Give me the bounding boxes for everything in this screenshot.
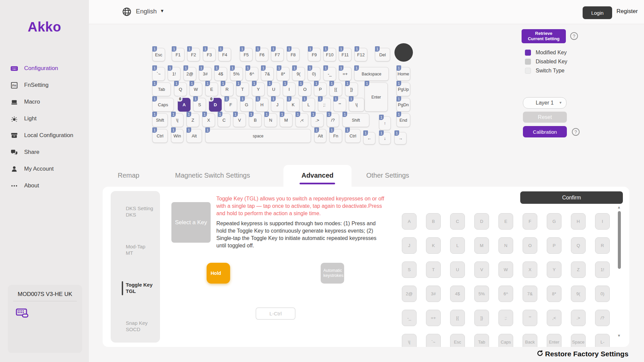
- picker-key-Caps[interactable]: Caps: [498, 334, 513, 347]
- picker-key-Tab[interactable]: Tab: [474, 334, 489, 347]
- picker-key-Enter[interactable]: Enter: [547, 334, 561, 347]
- tab-advanced[interactable]: Advanced: [283, 165, 352, 187]
- login-button[interactable]: Login: [583, 6, 612, 19]
- confirm-button[interactable]: Confirm: [520, 191, 623, 204]
- sidebar-item-fnsetting[interactable]: FnFnSetting: [0, 77, 89, 94]
- picker-key-Z[interactable]: Z: [571, 261, 586, 278]
- sidebar: Akko ConfigurationFnFnSettingMacroLightL…: [0, 0, 89, 362]
- active-subtab-bar: [122, 281, 123, 295]
- picker-key-U[interactable]: U: [450, 261, 465, 278]
- advanced-subtab-rail: DKS Setting DKS Mod-Tap MT Toggle Key TG…: [111, 191, 160, 343]
- tab-other-settings[interactable]: Other Settings: [366, 172, 409, 179]
- picker-key-2@[interactable]: 2@: [402, 286, 417, 302]
- tab-advanced-label: Advanced: [283, 172, 352, 179]
- picker-key-'"[interactable]: '": [523, 310, 537, 326]
- picker-key-`~[interactable]: `~: [426, 334, 441, 347]
- sidebar-item-label: Macro: [24, 99, 40, 105]
- picker-key-7&[interactable]: 7&: [523, 286, 537, 302]
- picker-key-[{[interactable]: [{: [450, 310, 465, 326]
- picker-key-.>[interactable]: .>: [571, 310, 586, 326]
- sidebar-item-share[interactable]: Share: [0, 144, 89, 161]
- restore-factory-settings-button[interactable]: Restore Factory Settings: [537, 350, 629, 358]
- sidebar-item-macro[interactable]: Macro: [0, 94, 89, 110]
- subtab-toggle-key[interactable]: Toggle Key TGL: [126, 282, 153, 294]
- device-card[interactable]: MOD007S V3-HE UK: [8, 285, 82, 353]
- chevron-down-icon[interactable]: ▼: [160, 8, 164, 13]
- sidebar-item-light[interactable]: Light: [0, 110, 89, 127]
- akko-logo: Akko: [0, 19, 89, 35]
- picker-key-P[interactable]: P: [547, 237, 561, 254]
- picker-key-O[interactable]: O: [523, 237, 537, 254]
- picker-key-4$[interactable]: 4$: [450, 286, 465, 302]
- scroll-up-icon[interactable]: ▲: [617, 205, 621, 209]
- picker-key-N[interactable]: N: [498, 237, 513, 254]
- picker-key-\|[interactable]: \|: [402, 334, 417, 347]
- sidebar-menu: ConfigurationFnFnSettingMacroLightLocal …: [0, 60, 89, 194]
- picker-key-L-[interactable]: L-: [595, 334, 610, 347]
- picker-key-6^[interactable]: 6^: [498, 286, 513, 302]
- scroll-down-icon[interactable]: ▼: [617, 334, 621, 338]
- picker-key-A[interactable]: A: [402, 213, 417, 230]
- picker-key-J[interactable]: J: [402, 237, 417, 254]
- picker-key-8*[interactable]: 8*: [547, 286, 561, 302]
- picker-key-5%[interactable]: 5%: [474, 286, 489, 302]
- subtab-mod-tap[interactable]: Mod-Tap MT: [126, 243, 145, 256]
- device-name: MOD007S V3-HE UK: [8, 291, 82, 298]
- picker-key-Space[interactable]: Space: [571, 334, 586, 347]
- active-tab-underline: [300, 183, 335, 184]
- picker-key-,<[interactable]: ,<: [547, 310, 561, 326]
- picker-key-B[interactable]: B: [426, 213, 441, 230]
- sidebar-item-local-configuration[interactable]: Local Configuration: [0, 127, 89, 144]
- picker-key-1![interactable]: 1!: [595, 261, 610, 278]
- picker-key-M[interactable]: M: [474, 237, 489, 254]
- sidebar-item-about[interactable]: About: [0, 177, 89, 194]
- picker-key-S[interactable]: S: [402, 261, 417, 278]
- picker-key-0)[interactable]: 0): [595, 286, 610, 302]
- scrollbar-thumb[interactable]: [618, 211, 621, 269]
- picker-key-Esc[interactable]: Esc: [450, 334, 465, 347]
- picker-key-=+[interactable]: =+: [426, 310, 441, 326]
- register-button[interactable]: Register: [616, 8, 638, 15]
- picker-key-R[interactable]: R: [595, 237, 610, 254]
- picker-key-G[interactable]: G: [547, 213, 561, 230]
- sidebar-item-label: My Account: [24, 166, 54, 172]
- picker-key-Q[interactable]: Q: [571, 237, 586, 254]
- tab-remap[interactable]: Remap: [118, 172, 139, 179]
- tab-magnetic-switch-settings[interactable]: Magnetic Switch Settings: [175, 172, 250, 179]
- topbar: English ▼ Login Register: [89, 0, 644, 24]
- picker-key-E[interactable]: E: [498, 213, 513, 230]
- picker-key-Back[interactable]: Back: [523, 334, 537, 347]
- picker-key-]}[interactable]: ]}: [474, 310, 489, 326]
- picker-key-L[interactable]: L: [450, 237, 465, 254]
- picker-key-V[interactable]: V: [474, 261, 489, 278]
- subtab-dks[interactable]: DKS Setting DKS: [126, 205, 153, 218]
- picker-key-K[interactable]: K: [426, 237, 441, 254]
- toggle-key-description-highlight: Toggle Key (TGL) allows you to switch a …: [216, 195, 386, 217]
- picker-key--_[interactable]: -_: [402, 310, 417, 326]
- picker-key-T[interactable]: T: [426, 261, 441, 278]
- sidebar-item-configuration[interactable]: Configuration: [0, 60, 89, 77]
- globe-icon: [122, 7, 132, 18]
- hold-mode-button[interactable]: Hold: [207, 263, 230, 284]
- automatic-keystrokes-button[interactable]: Automatic keystrokes: [321, 263, 344, 284]
- picker-key-3#[interactable]: 3#: [426, 286, 441, 302]
- picker-key-F[interactable]: F: [523, 213, 537, 230]
- picker-key-/?[interactable]: /?: [595, 310, 610, 326]
- picker-key-Y[interactable]: Y: [547, 261, 561, 278]
- advanced-panel: DKS Setting DKS Mod-Tap MT Toggle Key TG…: [103, 187, 629, 347]
- picker-key-X[interactable]: X: [523, 261, 537, 278]
- picker-key-9([interactable]: 9(: [571, 286, 586, 302]
- picker-key-H[interactable]: H: [571, 213, 586, 230]
- select-a-key-slot[interactable]: Select a Key: [171, 202, 211, 243]
- svg-text:Fn: Fn: [12, 83, 16, 87]
- sidebar-item-my-account[interactable]: My Account: [0, 161, 89, 177]
- language-selector[interactable]: English: [136, 8, 157, 15]
- picker-key-W[interactable]: W: [498, 261, 513, 278]
- selected-key-button[interactable]: L-Ctrl: [256, 307, 296, 320]
- picker-key-I[interactable]: I: [595, 213, 610, 230]
- picker-key-;:[interactable]: ;:: [498, 310, 513, 326]
- picker-key-D[interactable]: D: [474, 213, 489, 230]
- picker-key-C[interactable]: C: [450, 213, 465, 230]
- subtab-snap-key[interactable]: Snap Key SOCD: [126, 320, 148, 333]
- keyboard-mouse-icon: [16, 308, 29, 319]
